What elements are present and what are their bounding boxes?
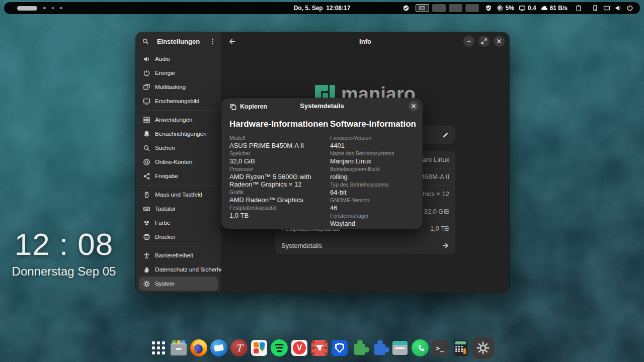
clipboard-icon[interactable]: [575, 5, 582, 12]
sidebar-item-label: Online-Konten: [155, 158, 192, 165]
field-label: Speicher: [229, 151, 326, 156]
maximize-button[interactable]: [478, 36, 490, 47]
sidebar-item-maus-und-tastfeld[interactable]: Maus und Tastfeld: [139, 188, 218, 202]
sidebar-item-energie[interactable]: Energie: [139, 66, 218, 80]
system-details-row[interactable]: Systemdetails: [275, 237, 455, 254]
system-details-label: Systemdetails: [281, 242, 322, 249]
dock-item-calculator[interactable]: [452, 339, 469, 356]
sidebar-item-barrierefreiheit[interactable]: Barrierefreiheit: [139, 248, 218, 262]
phone-icon[interactable]: [592, 5, 599, 12]
accessibility-icon: [143, 252, 150, 259]
sidebar-item-label: Farbe: [155, 219, 170, 226]
scanner-icon: [392, 341, 408, 355]
dock-item-puzzle-green[interactable]: [351, 339, 368, 356]
sidebar-divider: [140, 110, 217, 111]
sidebar-item-benachrichtigungen[interactable]: Benachrichtigungen: [139, 127, 218, 141]
dock: TV>_: [0, 337, 644, 359]
dock-item-puzzle-blue[interactable]: [371, 339, 388, 356]
sidebar-item-label: Erscheinungsbild: [155, 98, 199, 105]
copy-button[interactable]: Kopieren: [225, 101, 271, 113]
settings-title: Einstellungen: [157, 38, 200, 45]
dock-item-firefox[interactable]: [190, 339, 207, 356]
software-field-fenstermanager: Fenstermanager Wayland: [330, 213, 420, 227]
workspace-preview-4[interactable]: [465, 4, 479, 12]
dock-item-file-manager[interactable]: [170, 339, 187, 356]
sidebar-list: Audio Energie Multitasking Erscheinungsb…: [136, 50, 221, 292]
sidebar-item-online-konten[interactable]: Online-Konten: [139, 155, 218, 169]
dock-item-terminal[interactable]: >_: [432, 339, 449, 356]
close-dialog-button[interactable]: [409, 101, 419, 111]
sidebar-item-label: Maus und Tastfeld: [155, 191, 202, 198]
app-grid-icon: [152, 341, 165, 354]
network-stat[interactable]: 61 B/s: [541, 5, 568, 12]
dock-item-app-grid[interactable]: [150, 339, 167, 356]
dock-item-settings[interactable]: [472, 337, 494, 359]
magnifier-icon: [143, 144, 150, 152]
software-field-betriebssystem-build: Betriebssystem-Build rolling: [330, 166, 420, 180]
field-label: Grafik: [229, 190, 326, 195]
sidebar-item-drucker[interactable]: Drucker: [139, 230, 218, 244]
sidebar-item-label: Audio: [155, 55, 170, 62]
multitask-icon: [143, 83, 150, 91]
screen-share-icon[interactable]: [603, 5, 610, 12]
top-bar: Do, 5. Sep 12:08:17 5% 0.4 61 B/s: [4, 2, 640, 14]
hardware-field-festplattenkapazit-t: Festplattenkapazität 1,0 TB: [229, 205, 326, 219]
dock-item-whatsapp[interactable]: [412, 339, 429, 356]
dock-item-vivaldi[interactable]: V: [291, 339, 308, 356]
sidebar-item-suchen[interactable]: Suchen: [139, 141, 218, 155]
sidebar-item-anwendungen[interactable]: Anwendungen: [139, 113, 218, 127]
dock-item-software-installer[interactable]: [251, 339, 268, 356]
dock-item-spotify[interactable]: [271, 339, 288, 356]
dock-item-bitwarden[interactable]: [331, 339, 348, 356]
whatsapp-icon: [412, 339, 429, 356]
sidebar-item-multitasking[interactable]: Multitasking: [139, 80, 218, 94]
sidebar-item-erscheinungsbild[interactable]: Erscheinungsbild: [139, 94, 218, 108]
software-field-name-des-betriebssystems: Name des Betriebssystems Manjaro Linux: [330, 151, 420, 165]
field-label: Fenstermanager: [330, 213, 420, 219]
field-value: Wayland: [330, 220, 420, 227]
cpu-chip-icon: [497, 5, 504, 12]
software-field-gnome-version: GNOME-Version 46: [330, 198, 420, 212]
copy-icon: [229, 103, 237, 111]
shield-check-icon[interactable]: [485, 5, 492, 12]
workspace-indicator[interactable]: [17, 6, 62, 11]
workspace-preview-2[interactable]: [432, 4, 446, 12]
topbar-clock[interactable]: Do, 5. Sep 12:08:17: [294, 5, 351, 12]
workspace-preview-3[interactable]: [449, 4, 462, 12]
menu-kebab-button[interactable]: [206, 35, 219, 48]
cpu-stat[interactable]: 5%: [497, 5, 514, 12]
volume-icon[interactable]: [615, 5, 622, 12]
dock-item-red-circle-app[interactable]: T: [230, 339, 248, 356]
sidebar-item-farbe[interactable]: Farbe: [139, 216, 218, 230]
field-value: 4401: [330, 142, 420, 149]
close-window-button[interactable]: [494, 36, 505, 47]
workspace-dot: [52, 7, 54, 10]
dock-item-thunderbird[interactable]: [210, 339, 227, 356]
sidebar-item-freigabe[interactable]: Freigabe: [139, 169, 218, 183]
dialog-header: Systemdetails Kopieren: [221, 98, 423, 113]
edit-device-name-button[interactable]: [438, 128, 452, 142]
dock-item-video-downloader[interactable]: [311, 339, 328, 356]
workspace-previews[interactable]: [416, 4, 479, 12]
sidebar-item-audio[interactable]: Audio: [139, 52, 218, 66]
dock-item-scanner[interactable]: [391, 339, 409, 356]
system-details-dialog: Systemdetails Kopieren Hardware-Informat…: [221, 98, 423, 229]
sidebar-item-datenschutz-und-sicherheit[interactable]: Datenschutz und Sicherheit: [139, 262, 218, 277]
minimize-button[interactable]: [463, 36, 474, 47]
spotify-icon: [271, 339, 288, 356]
back-button[interactable]: [225, 35, 238, 48]
sidebar-item-label: Drucker: [155, 233, 176, 240]
workspace-preview-1[interactable]: [416, 4, 429, 12]
updates-check-icon[interactable]: [403, 5, 410, 12]
sidebar-item-system[interactable]: System: [139, 277, 218, 291]
load-stat[interactable]: 0.4: [519, 5, 536, 12]
field-value: 46: [330, 204, 420, 212]
desktop-clock-time: 12 : 08: [9, 227, 119, 261]
field-value: rolling: [330, 173, 420, 180]
hardware-field-speicher: Speicher 32,0 GiB: [229, 151, 326, 165]
search-button[interactable]: [139, 35, 152, 48]
field-label: Betriebssystem-Build: [330, 166, 420, 172]
sidebar-item-tastatur[interactable]: Tastatur: [139, 202, 218, 216]
desktop-clock-date: Donnerstag Sep 05: [9, 264, 119, 279]
power-icon[interactable]: [626, 5, 633, 12]
